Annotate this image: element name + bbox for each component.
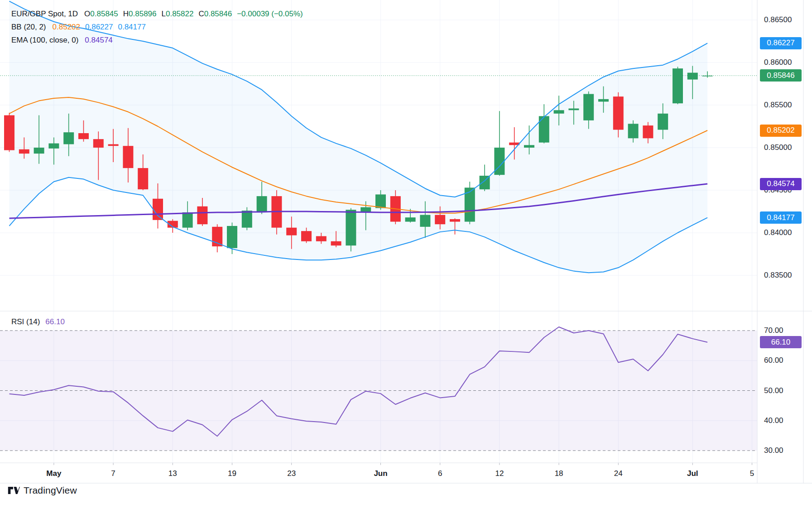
- candle-body: [48, 144, 59, 149]
- bb-upper-value: 0.86227: [85, 23, 113, 31]
- bb-lower-badge: 0.84177: [760, 211, 802, 224]
- legend: EUR/GBP Spot, 1DO0.85845H0.85896L0.85822…: [11, 7, 303, 47]
- time-axis-label: 18: [543, 469, 575, 478]
- ohlc-close: C0.85846: [198, 10, 232, 18]
- candle-body: [257, 196, 267, 212]
- bb-indicator-title[interactable]: BB (20, 2): [11, 23, 46, 31]
- candle-body: [93, 139, 104, 148]
- legend-bb-row: BB (20, 2)0.852020.862270.84177: [11, 20, 303, 34]
- bb-upper-badge: 0.86227: [760, 37, 802, 49]
- candle-body: [613, 96, 624, 130]
- ema-value: 0.84574: [85, 36, 112, 44]
- price-tick-label: 0.83500: [764, 271, 792, 280]
- time-axis-label: Jun: [365, 469, 397, 478]
- candle-body: [583, 94, 594, 120]
- candle-body: [658, 114, 668, 130]
- rsi-tick-label: 60.00: [764, 356, 783, 365]
- candle-body: [153, 199, 163, 220]
- price-tick-label: 0.85000: [764, 143, 792, 152]
- candle-body: [138, 168, 148, 189]
- bb-basis-value: 0.85202: [53, 23, 80, 31]
- candlestick-chart-canvas[interactable]: [0, 0, 812, 509]
- price-tick-label: 0.86500: [764, 15, 792, 24]
- candle-body: [301, 231, 312, 241]
- candle-body: [539, 116, 549, 142]
- candle-body: [108, 144, 119, 146]
- candle-body: [405, 217, 416, 221]
- time-axis-label: 19: [216, 469, 248, 478]
- candle-body: [554, 110, 564, 114]
- price-change: −0.00039 (−0.05%): [237, 10, 303, 18]
- time-axis-label: 12: [484, 469, 515, 478]
- candle-body: [331, 241, 341, 245]
- candle-body: [34, 148, 44, 154]
- time-axis-label: May: [38, 469, 70, 478]
- candle-body: [183, 212, 193, 228]
- time-axis-label: 24: [602, 469, 634, 478]
- legend-ema-row: EMA (100, close, 0)0.84574: [11, 34, 303, 47]
- candle-body: [63, 132, 74, 144]
- time-axis-label: 13: [157, 469, 188, 478]
- time-axis-label: 23: [276, 469, 308, 478]
- candle-body: [242, 211, 252, 228]
- time-axis-label: 7: [97, 469, 129, 478]
- candle-body: [450, 219, 460, 222]
- candle-body: [286, 228, 297, 235]
- price-tick-label: 0.84000: [764, 228, 792, 237]
- rsi-value-badge: 66.10: [760, 336, 802, 348]
- candle-body: [420, 215, 430, 227]
- price-tick-label: 0.86000: [764, 58, 792, 67]
- rsi-tick-label: 70.00: [764, 326, 783, 335]
- candle-body: [435, 215, 445, 225]
- candle-body: [197, 206, 207, 224]
- candle-body: [568, 109, 579, 110]
- candle-body: [227, 226, 237, 248]
- candle-body: [494, 148, 504, 175]
- candle-body: [4, 115, 14, 150]
- rsi-tick-label: 30.00: [764, 446, 783, 455]
- rsi-tick-label: 50.00: [764, 386, 783, 395]
- candle-body: [524, 145, 534, 148]
- candle-body: [598, 99, 609, 102]
- tradingview-logo[interactable]: TradingView: [8, 485, 77, 496]
- price-tick-label: 0.85500: [764, 101, 792, 110]
- ohlc-low: L0.85822: [162, 10, 194, 18]
- candle-body: [346, 210, 356, 245]
- candle-body: [78, 133, 89, 139]
- candle-body: [316, 236, 327, 241]
- tradingview-chart-widget: EUR/GBP Spot, 1DO0.85845H0.85896L0.85822…: [0, 0, 812, 509]
- time-axis-label: 6: [424, 469, 456, 478]
- last-price-badge: 0.85846: [760, 69, 802, 82]
- time-axis-label: Jul: [677, 469, 708, 478]
- rsi-indicator-title[interactable]: RSI (14): [11, 317, 40, 326]
- rsi-legend: RSI (14)66.10: [11, 317, 65, 327]
- candle-body: [643, 125, 653, 138]
- rsi-tick-label: 40.00: [764, 416, 783, 425]
- ema-indicator-title[interactable]: EMA (100, close, 0): [11, 36, 78, 44]
- tradingview-logo-icon: [8, 485, 20, 496]
- candle-body: [628, 124, 639, 138]
- ohlc-open: O0.85845: [84, 10, 118, 18]
- ohlc-high: H0.85896: [123, 10, 157, 18]
- bb-basis-badge: 0.85202: [760, 125, 802, 137]
- ema-badge: 0.84574: [760, 178, 802, 190]
- candle-body: [123, 146, 133, 168]
- time-axis-label: 5: [736, 469, 768, 478]
- symbol-title[interactable]: EUR/GBP Spot, 1D: [11, 10, 78, 18]
- legend-symbol-row: EUR/GBP Spot, 1DO0.85845H0.85896L0.85822…: [11, 7, 303, 20]
- rsi-value: 66.10: [45, 317, 65, 326]
- candle-body: [687, 73, 698, 80]
- candle-body: [375, 194, 386, 208]
- tradingview-logo-text: TradingView: [24, 485, 77, 496]
- candle-body: [19, 149, 29, 154]
- candle-body: [673, 68, 683, 103]
- bb-lower-value: 0.84177: [118, 23, 145, 31]
